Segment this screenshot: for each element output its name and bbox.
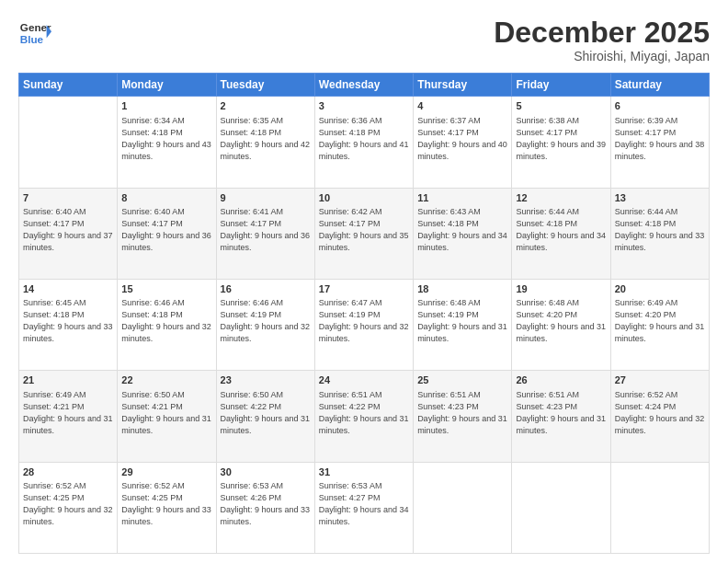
day-info: Sunrise: 6:48 AMSunset: 4:20 PMDaylight:… — [516, 297, 606, 345]
calendar-week-row: 1Sunrise: 6:34 AMSunset: 4:18 PMDaylight… — [19, 97, 710, 188]
svg-text:Blue: Blue — [20, 33, 44, 45]
day-info: Sunrise: 6:50 AMSunset: 4:22 PMDaylight:… — [221, 389, 311, 437]
day-info: Sunrise: 6:44 AMSunset: 4:18 PMDaylight:… — [615, 206, 705, 254]
logo-icon: General Blue — [18, 17, 51, 50]
table-row: 3Sunrise: 6:36 AMSunset: 4:18 PMDaylight… — [314, 97, 413, 188]
day-info: Sunrise: 6:49 AMSunset: 4:20 PMDaylight:… — [615, 297, 705, 345]
day-info: Sunrise: 6:52 AMSunset: 4:24 PMDaylight:… — [615, 389, 705, 437]
day-info: Sunrise: 6:51 AMSunset: 4:23 PMDaylight:… — [417, 389, 507, 437]
day-number: 28 — [23, 465, 113, 479]
day-number: 2 — [221, 99, 311, 113]
day-number: 1 — [121, 99, 211, 113]
table-row — [512, 462, 610, 553]
calendar-table: Sunday Monday Tuesday Wednesday Thursday… — [18, 73, 710, 554]
day-number: 9 — [221, 191, 311, 205]
day-number: 29 — [121, 465, 211, 479]
day-info: Sunrise: 6:37 AMSunset: 4:17 PMDaylight:… — [417, 115, 507, 163]
day-number: 12 — [516, 191, 606, 205]
table-row: 24Sunrise: 6:51 AMSunset: 4:22 PMDayligh… — [314, 371, 413, 462]
logo: General Blue — [18, 17, 55, 50]
day-info: Sunrise: 6:51 AMSunset: 4:22 PMDaylight:… — [319, 389, 409, 437]
day-info: Sunrise: 6:52 AMSunset: 4:25 PMDaylight:… — [23, 480, 113, 528]
day-info: Sunrise: 6:53 AMSunset: 4:27 PMDaylight:… — [319, 480, 409, 528]
col-monday: Monday — [118, 74, 216, 97]
day-info: Sunrise: 6:44 AMSunset: 4:18 PMDaylight:… — [516, 206, 606, 254]
day-number: 31 — [319, 465, 409, 479]
day-info: Sunrise: 6:35 AMSunset: 4:18 PMDaylight:… — [221, 115, 311, 163]
table-row — [610, 462, 709, 553]
day-info: Sunrise: 6:38 AMSunset: 4:17 PMDaylight:… — [516, 115, 606, 163]
col-saturday: Saturday — [610, 74, 709, 97]
header: General Blue December 2025 Shiroishi, Mi… — [18, 17, 710, 63]
table-row — [414, 462, 512, 553]
col-wednesday: Wednesday — [314, 74, 413, 97]
calendar-header-row: Sunday Monday Tuesday Wednesday Thursday… — [19, 74, 710, 97]
table-row: 20Sunrise: 6:49 AMSunset: 4:20 PMDayligh… — [610, 279, 709, 370]
day-info: Sunrise: 6:50 AMSunset: 4:21 PMDaylight:… — [121, 389, 211, 437]
table-row: 13Sunrise: 6:44 AMSunset: 4:18 PMDayligh… — [610, 188, 709, 279]
day-info: Sunrise: 6:34 AMSunset: 4:18 PMDaylight:… — [121, 115, 211, 163]
day-number: 13 — [615, 191, 705, 205]
table-row: 21Sunrise: 6:49 AMSunset: 4:21 PMDayligh… — [19, 371, 118, 462]
day-number: 4 — [417, 99, 507, 113]
day-number: 8 — [121, 191, 211, 205]
day-info: Sunrise: 6:42 AMSunset: 4:17 PMDaylight:… — [319, 206, 409, 254]
table-row: 2Sunrise: 6:35 AMSunset: 4:18 PMDaylight… — [216, 97, 314, 188]
day-info: Sunrise: 6:45 AMSunset: 4:18 PMDaylight:… — [23, 297, 113, 345]
day-info: Sunrise: 6:43 AMSunset: 4:18 PMDaylight:… — [417, 206, 507, 254]
day-info: Sunrise: 6:48 AMSunset: 4:19 PMDaylight:… — [417, 297, 507, 345]
day-number: 26 — [516, 373, 606, 387]
day-info: Sunrise: 6:52 AMSunset: 4:25 PMDaylight:… — [121, 480, 211, 528]
day-info: Sunrise: 6:40 AMSunset: 4:17 PMDaylight:… — [23, 206, 113, 254]
table-row: 5Sunrise: 6:38 AMSunset: 4:17 PMDaylight… — [512, 97, 610, 188]
table-row: 16Sunrise: 6:46 AMSunset: 4:19 PMDayligh… — [216, 279, 314, 370]
day-info: Sunrise: 6:53 AMSunset: 4:26 PMDaylight:… — [221, 480, 311, 528]
table-row: 10Sunrise: 6:42 AMSunset: 4:17 PMDayligh… — [314, 188, 413, 279]
table-row — [19, 97, 118, 188]
col-sunday: Sunday — [19, 74, 118, 97]
table-row: 30Sunrise: 6:53 AMSunset: 4:26 PMDayligh… — [216, 462, 314, 553]
day-number: 17 — [319, 282, 409, 296]
day-info: Sunrise: 6:36 AMSunset: 4:18 PMDaylight:… — [319, 115, 409, 163]
table-row: 1Sunrise: 6:34 AMSunset: 4:18 PMDaylight… — [118, 97, 216, 188]
table-row: 7Sunrise: 6:40 AMSunset: 4:17 PMDaylight… — [19, 188, 118, 279]
day-number: 22 — [121, 373, 211, 387]
day-number: 23 — [221, 373, 311, 387]
calendar-title: December 2025 — [494, 17, 710, 49]
table-row: 25Sunrise: 6:51 AMSunset: 4:23 PMDayligh… — [414, 371, 512, 462]
table-row: 28Sunrise: 6:52 AMSunset: 4:25 PMDayligh… — [19, 462, 118, 553]
table-row: 14Sunrise: 6:45 AMSunset: 4:18 PMDayligh… — [19, 279, 118, 370]
page: General Blue December 2025 Shiroishi, Mi… — [0, 0, 728, 563]
day-info: Sunrise: 6:51 AMSunset: 4:23 PMDaylight:… — [516, 389, 606, 437]
day-number: 18 — [417, 282, 507, 296]
day-number: 20 — [615, 282, 705, 296]
day-number: 27 — [615, 373, 705, 387]
day-info: Sunrise: 6:46 AMSunset: 4:18 PMDaylight:… — [121, 297, 211, 345]
col-friday: Friday — [512, 74, 610, 97]
calendar-week-row: 14Sunrise: 6:45 AMSunset: 4:18 PMDayligh… — [19, 279, 710, 370]
day-info: Sunrise: 6:49 AMSunset: 4:21 PMDaylight:… — [23, 389, 113, 437]
day-number: 11 — [417, 191, 507, 205]
calendar-week-row: 7Sunrise: 6:40 AMSunset: 4:17 PMDaylight… — [19, 188, 710, 279]
table-row: 4Sunrise: 6:37 AMSunset: 4:17 PMDaylight… — [414, 97, 512, 188]
table-row: 17Sunrise: 6:47 AMSunset: 4:19 PMDayligh… — [314, 279, 413, 370]
table-row: 29Sunrise: 6:52 AMSunset: 4:25 PMDayligh… — [118, 462, 216, 553]
day-number: 15 — [121, 282, 211, 296]
table-row: 12Sunrise: 6:44 AMSunset: 4:18 PMDayligh… — [512, 188, 610, 279]
calendar-subtitle: Shiroishi, Miyagi, Japan — [494, 49, 710, 63]
day-number: 5 — [516, 99, 606, 113]
day-number: 7 — [23, 191, 113, 205]
day-number: 21 — [23, 373, 113, 387]
title-block: December 2025 Shiroishi, Miyagi, Japan — [494, 17, 710, 63]
day-number: 25 — [417, 373, 507, 387]
table-row: 11Sunrise: 6:43 AMSunset: 4:18 PMDayligh… — [414, 188, 512, 279]
col-tuesday: Tuesday — [216, 74, 314, 97]
calendar-week-row: 21Sunrise: 6:49 AMSunset: 4:21 PMDayligh… — [19, 371, 710, 462]
table-row: 18Sunrise: 6:48 AMSunset: 4:19 PMDayligh… — [414, 279, 512, 370]
table-row: 15Sunrise: 6:46 AMSunset: 4:18 PMDayligh… — [118, 279, 216, 370]
table-row: 22Sunrise: 6:50 AMSunset: 4:21 PMDayligh… — [118, 371, 216, 462]
table-row: 6Sunrise: 6:39 AMSunset: 4:17 PMDaylight… — [610, 97, 709, 188]
table-row: 31Sunrise: 6:53 AMSunset: 4:27 PMDayligh… — [314, 462, 413, 553]
day-number: 30 — [221, 465, 311, 479]
col-thursday: Thursday — [414, 74, 512, 97]
